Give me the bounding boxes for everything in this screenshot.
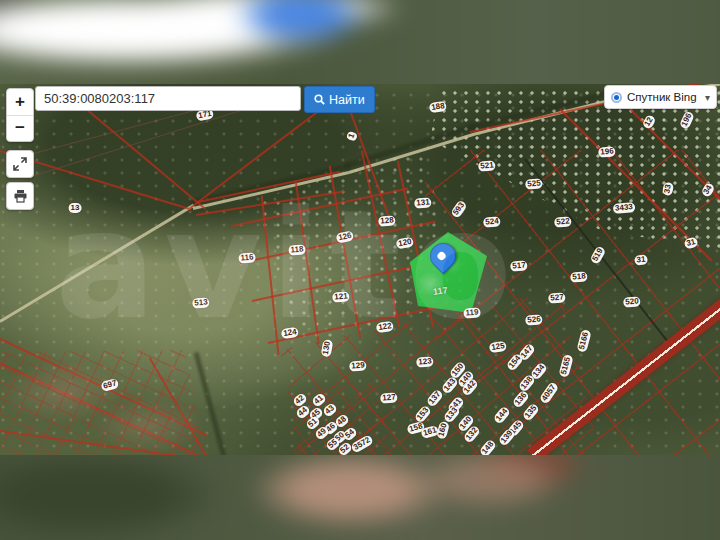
parcel-label: 3433: [613, 202, 636, 214]
parcel-label: 135: [522, 402, 541, 422]
parcel-label: 31: [634, 254, 648, 265]
parcel-label: 34: [700, 182, 715, 198]
parcel-label: 43: [322, 402, 338, 418]
cadastral-map-viewer: 117 171188131121961965215253433333413159…: [0, 0, 720, 540]
parcel-label: 526: [525, 314, 543, 325]
watermark: avito: [55, 178, 520, 352]
parcel-label: 521: [478, 160, 496, 171]
search-icon: [314, 94, 325, 105]
printer-icon: [13, 189, 28, 203]
parcel-label: 196: [598, 146, 616, 157]
cadastral-search-input[interactable]: [35, 86, 301, 111]
zoom-in-button[interactable]: +: [7, 89, 33, 116]
parcel-label: 4057: [539, 381, 560, 405]
parcel-label: 1: [346, 130, 358, 141]
parcel-label: 137: [426, 388, 445, 408]
zoom-control-group: + −: [6, 88, 34, 142]
radio-selected-icon: [611, 92, 622, 103]
parcel-label: 697: [100, 378, 119, 392]
parcel-label: 127: [380, 392, 398, 403]
blurred-bottom-band: [0, 455, 720, 540]
parcel-label: 12: [641, 114, 656, 130]
parcel-label: 520: [623, 296, 641, 307]
parcel-label: 153: [414, 404, 433, 424]
parcel-label: 31: [683, 237, 698, 250]
parcel-label: 123: [416, 356, 434, 367]
blurred-bottom-content: [0, 455, 720, 540]
chevron-down-icon: ▾: [705, 92, 710, 103]
parcel-label: 188: [429, 101, 448, 113]
search-button-label: Найти: [329, 93, 365, 107]
zoom-out-button[interactable]: −: [7, 116, 33, 142]
parcel-label: 527: [548, 292, 566, 303]
print-button[interactable]: [6, 182, 34, 210]
fullscreen-button[interactable]: [6, 150, 34, 178]
parcel-label: 196: [679, 110, 695, 130]
layer-select-dropdown[interactable]: Спутник Bing ▾: [604, 85, 717, 109]
expand-icon: [13, 157, 27, 171]
parcel-label: 5165: [558, 354, 573, 378]
parcel-label: 522: [554, 216, 572, 227]
parcel-label: 160: [436, 420, 450, 439]
layer-select-value: Спутник Bing: [627, 91, 700, 103]
parcel-label: 518: [570, 271, 588, 282]
parcel-label: 33: [662, 182, 674, 196]
search-button[interactable]: Найти: [304, 86, 375, 113]
blurred-top-content: [0, 0, 720, 84]
parcel-label: 519: [589, 245, 606, 265]
parcel-label: 129: [349, 360, 367, 371]
parcel-label: 525: [525, 178, 543, 189]
parcel-label: 136: [512, 389, 531, 409]
parcel-label: 5166: [576, 329, 591, 353]
parcel-label: 144: [493, 405, 512, 425]
parcel-label: 41: [311, 392, 327, 408]
blurred-top-band: [0, 0, 720, 84]
